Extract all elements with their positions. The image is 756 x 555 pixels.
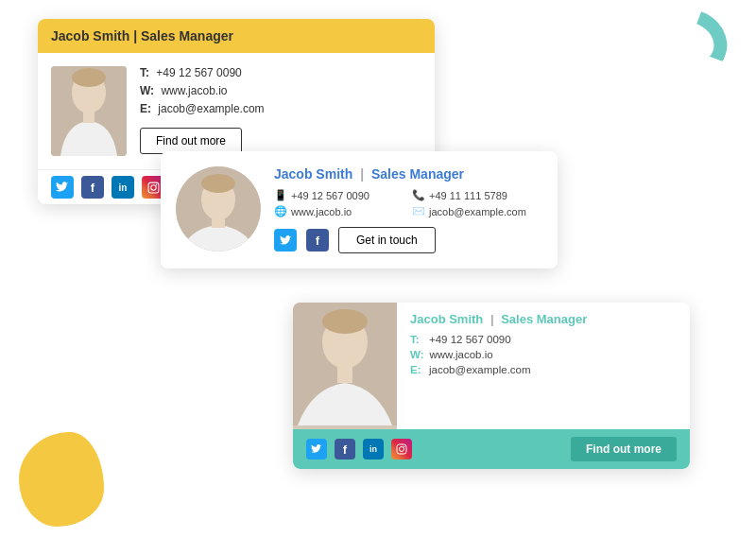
card1-name: Jacob Smith | Sales Manager xyxy=(51,28,233,43)
card2-photo xyxy=(176,166,261,251)
card3-body: Jacob Smith | Sales Manager T: +49 12 56… xyxy=(293,303,690,429)
card1-email-label: E: xyxy=(140,102,151,115)
svg-rect-15 xyxy=(397,444,406,454)
card2-phone2-value: +49 11 111 5789 xyxy=(429,190,507,201)
card3-linkedin-icon[interactable]: in xyxy=(363,439,384,460)
card2-email-icon: ✉️ xyxy=(412,205,425,217)
svg-point-6 xyxy=(155,183,157,185)
card2-pipe: | xyxy=(360,166,368,182)
card3-email: jacob@example.com xyxy=(429,364,531,375)
card1-phone-row: T: +49 12 567 0090 xyxy=(140,66,421,79)
card3-web: www.jacob.io xyxy=(429,349,492,360)
card2-phone2: 📞 +49 11 111 5789 xyxy=(412,189,542,201)
card1-header: Jacob Smith | Sales Manager xyxy=(38,19,435,53)
card2-twitter-icon[interactable] xyxy=(274,229,297,251)
card2: Jacob Smith | Sales Manager 📱 +49 12 567… xyxy=(161,151,558,269)
card3-facebook-icon[interactable]: f xyxy=(335,439,355,460)
card2-phone1: 📱 +49 12 567 0090 xyxy=(274,189,404,201)
card2-phone1-icon: 📱 xyxy=(274,189,287,201)
card3-email-label: E: xyxy=(410,364,423,375)
svg-point-17 xyxy=(404,446,405,448)
card1-web: www.jacob.io xyxy=(161,84,227,97)
card1-find-out-more-button[interactable]: Find out more xyxy=(140,128,242,154)
card3-pipe: | xyxy=(490,312,497,326)
card2-actions: f Get in touch xyxy=(274,227,542,253)
svg-rect-3 xyxy=(83,110,94,123)
card1-facebook-icon[interactable]: f xyxy=(81,176,104,199)
card2-web: 🌐 www.jacob.io xyxy=(274,205,404,217)
svg-point-13 xyxy=(322,309,368,334)
card2-phone1-value: +49 12 567 0090 xyxy=(291,190,369,201)
cards-container: Jacob Smith | Sales Manager T: xyxy=(38,19,699,548)
card3-content: Jacob Smith | Sales Manager T: +49 12 56… xyxy=(397,303,690,429)
card1-web-label: W: xyxy=(140,84,154,97)
card3-rows: T: +49 12 567 0090 W: www.jacob.io E: ja… xyxy=(410,334,677,375)
card3-footer: f in Find out more xyxy=(293,429,690,469)
card3-phone-row: T: +49 12 567 0090 xyxy=(410,334,677,345)
card2-web-icon: 🌐 xyxy=(274,205,287,217)
card1-photo xyxy=(51,66,127,156)
svg-rect-4 xyxy=(148,182,159,193)
svg-point-9 xyxy=(201,174,235,193)
card3: Jacob Smith | Sales Manager T: +49 12 56… xyxy=(293,303,690,469)
card2-web-value: www.jacob.io xyxy=(291,206,352,217)
card3-role: Sales Manager xyxy=(501,312,587,326)
card3-linkedin-letter: in xyxy=(369,444,377,454)
card1-twitter-icon[interactable] xyxy=(51,176,74,199)
svg-rect-14 xyxy=(337,366,352,383)
card3-web-label: W: xyxy=(410,349,423,360)
card3-web-row: W: www.jacob.io xyxy=(410,349,677,360)
card1-info: T: +49 12 567 0090 W: www.jacob.io E: ja… xyxy=(140,66,421,156)
card2-email: ✉️ jacob@example.com xyxy=(412,205,542,217)
card2-role: Sales Manager xyxy=(371,166,464,182)
card2-get-in-touch-button[interactable]: Get in touch xyxy=(338,227,436,253)
card3-facebook-letter: f xyxy=(343,442,347,457)
card1-phone: +49 12 567 0090 xyxy=(156,66,241,79)
card3-phone-label: T: xyxy=(410,334,423,345)
card3-name: Jacob Smith xyxy=(410,312,483,326)
card2-email-value: jacob@example.com xyxy=(429,206,526,217)
card2-info: Jacob Smith | Sales Manager 📱 +49 12 567… xyxy=(274,166,542,253)
card1-web-row: W: www.jacob.io xyxy=(140,84,421,97)
card2-facebook-icon[interactable]: f xyxy=(306,229,329,251)
card1-email: jacob@example.com xyxy=(158,102,264,115)
card1-email-row: E: jacob@example.com xyxy=(140,102,421,115)
card3-twitter-icon[interactable] xyxy=(306,439,327,460)
svg-point-5 xyxy=(150,184,155,189)
card3-phone: +49 12 567 0090 xyxy=(429,334,511,345)
card1-facebook-letter: f xyxy=(91,181,94,195)
card1-linkedin-icon[interactable]: in xyxy=(112,176,134,199)
card3-email-row: E: jacob@example.com xyxy=(410,364,677,375)
svg-point-16 xyxy=(400,447,404,452)
card2-contacts: 📱 +49 12 567 0090 📞 +49 11 111 5789 🌐 ww… xyxy=(274,189,542,217)
card1-avatar-svg xyxy=(51,66,127,156)
svg-rect-10 xyxy=(212,217,225,228)
card3-find-out-more-button[interactable]: Find out more xyxy=(571,437,677,461)
card2-inner: Jacob Smith | Sales Manager 📱 +49 12 567… xyxy=(176,166,542,253)
card3-avatar-svg xyxy=(293,303,397,425)
card2-name: Jacob Smith xyxy=(274,166,352,182)
card2-name-row: Jacob Smith | Sales Manager xyxy=(274,166,542,182)
card2-phone2-icon: 📞 xyxy=(412,189,425,201)
svg-point-2 xyxy=(72,68,106,87)
card3-instagram-icon[interactable] xyxy=(391,439,412,460)
card2-avatar-svg xyxy=(176,166,261,251)
card3-photo-col xyxy=(293,303,397,429)
card1-linkedin-letter: in xyxy=(119,182,128,193)
card2-facebook-letter: f xyxy=(316,234,319,248)
card3-name-row: Jacob Smith | Sales Manager xyxy=(410,312,677,326)
card1-phone-label: T: xyxy=(140,66,149,79)
